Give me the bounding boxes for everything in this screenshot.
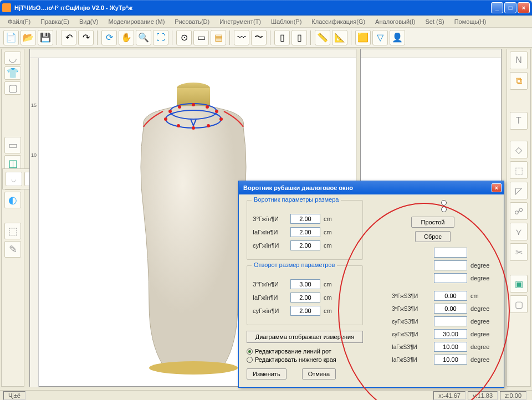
window-titlebar: НјТЧИзО…юЧ° ггСщИнјю V2.0 - ЖуТр°ж _ □ × (0, 0, 532, 16)
select-icon[interactable]: ▭ (4, 137, 21, 153)
rf-5[interactable] (434, 316, 467, 326)
rf-4[interactable] (434, 304, 467, 314)
menu-view[interactable]: Вид(V) (75, 17, 103, 26)
mode-radio-1[interactable] (441, 200, 447, 206)
curve2-icon[interactable]: 〜 (251, 30, 267, 45)
shirt-icon[interactable]: 👕 (4, 66, 21, 80)
svg-point-5 (178, 105, 181, 109)
right-tool-palette: N ⧉ T ◇ ⬚ ◸ ☍ ⋎ ✂ ▣ ▢ (507, 49, 531, 387)
simple-button[interactable]: Простой (411, 217, 454, 228)
layer-icon[interactable]: ▣ (510, 275, 528, 293)
maximize-button[interactable]: □ (504, 2, 516, 13)
status-y: y:11.83 (468, 391, 498, 400)
ruler-horizontal-2 (361, 49, 501, 58)
dialog-title: Воротник рубашки диалоговое окно (241, 184, 492, 191)
dialog-titlebar[interactable]: Воротник рубашки диалоговое окно × (239, 181, 504, 194)
collar-dialog: Воротник рубашки диалоговое окно × Ворот… (238, 181, 504, 388)
redo-icon[interactable]: ↷ (78, 30, 94, 45)
g1-field-2[interactable] (290, 240, 320, 250)
move-icon[interactable]: ⬚ (4, 223, 21, 239)
cube-icon[interactable]: 🟨 (355, 30, 371, 45)
fit-icon[interactable]: ⛶ (153, 30, 168, 45)
left-tool-palette: ◡ 👕 ▢ ▭ ◫ 💡 ◐ ⬚ ✎ (1, 49, 24, 387)
menu-template[interactable]: Шаблон(P) (267, 17, 306, 26)
new-icon[interactable]: 📄 (3, 30, 19, 45)
g1-field-0[interactable] (290, 214, 320, 224)
g2-field-1[interactable] (290, 293, 320, 302)
text-icon[interactable]: T (510, 112, 528, 130)
group2-legend: Отворот размер параметров (252, 261, 337, 268)
menu-draw[interactable]: Рисовать(D) (170, 17, 214, 26)
edit-button[interactable]: Изменить (247, 368, 287, 380)
menu-analog[interactable]: Аналоговый(I) (371, 17, 420, 26)
circle-icon[interactable]: ◐ (4, 192, 21, 208)
menu-set[interactable]: Set (S) (421, 17, 448, 26)
menu-tool[interactable]: Инструмент(T) (215, 17, 265, 26)
body-icon[interactable]: 👤 (390, 30, 405, 45)
ruler2-icon[interactable]: 📐 (332, 30, 347, 45)
status-x: x:-41.67 (433, 391, 466, 400)
svg-point-8 (215, 110, 218, 113)
rotate-icon[interactable]: ⟳ (101, 30, 117, 45)
skirt-icon[interactable]: ▽ (372, 30, 388, 45)
undo-icon[interactable]: ↶ (61, 30, 76, 45)
rf-6[interactable] (434, 329, 467, 339)
dialog-close-button[interactable]: × (492, 183, 502, 192)
lapel-size-group: Отворот размер параметров ЗºГжїн¶Иcm ІаГ… (247, 265, 363, 325)
shape2-icon[interactable]: ⬚ (510, 161, 528, 179)
hand-icon[interactable]: ✋ (119, 30, 134, 45)
rf-7[interactable] (434, 342, 467, 352)
shape3-icon[interactable]: ◸ (510, 182, 528, 199)
statusbar: Чј±ё x:-41.67 y:11.83 z:0.00 (0, 390, 532, 400)
pencil-icon[interactable]: ✎ (4, 241, 21, 258)
bodice-icon[interactable]: ◡ (4, 52, 21, 65)
dialog-right-column: Простой Сброс degree degree ЗºГжЅЗ¶Иcm З… (372, 200, 494, 367)
copy-icon[interactable]: ⧉ (510, 72, 528, 90)
curve1-icon[interactable]: 〰 (234, 30, 249, 45)
reset-button[interactable]: Сброс (415, 231, 451, 242)
main-toolbar: 📄 📂 💾 ↶ ↷ ⟳ ✋ 🔍 ⛶ ⊙ ▭ ▤ 〰 〜 ▯ ▯ 📏 📐 🟨 ▽ … (0, 28, 532, 48)
collar-preset-1[interactable]: ◡ (6, 172, 22, 186)
menu-classification[interactable]: Классификация(G) (307, 17, 370, 26)
menu-help[interactable]: Помощь(H) (450, 17, 491, 26)
diagram-button[interactable]: Диаграмма отображает измерения (247, 331, 363, 343)
app-icon (2, 3, 11, 12)
minimize-button[interactable]: _ (491, 2, 503, 13)
menu-edit[interactable]: Правка(E) (36, 17, 74, 26)
rf-8[interactable] (434, 355, 467, 365)
nav-n-icon[interactable]: N (510, 52, 528, 69)
cancel-button[interactable]: Отмена (302, 368, 336, 380)
g2-field-2[interactable] (290, 306, 320, 316)
close-button[interactable]: × (518, 2, 530, 13)
sleeve-icon[interactable]: ▢ (4, 81, 21, 95)
rf-1[interactable] (434, 260, 467, 270)
status-left: Чј±ё (3, 391, 25, 400)
menu-modeling[interactable]: Моделирование (M) (104, 17, 170, 26)
ruler-icon[interactable]: 📏 (315, 30, 330, 45)
shape4-icon[interactable]: ☍ (510, 202, 528, 220)
panel-icon[interactable]: ▢ (510, 295, 528, 313)
shape5-icon[interactable]: ⋎ (510, 223, 528, 240)
mode-radio-2[interactable] (441, 207, 447, 212)
group1-legend: Воротник параметры размера (252, 196, 341, 203)
svg-point-14 (149, 361, 238, 375)
layers-icon[interactable]: ▤ (211, 30, 226, 45)
refresh-icon[interactable]: ⊙ (176, 30, 192, 45)
menu-file[interactable]: Файл(F) (3, 17, 35, 26)
save-icon[interactable]: 💾 (38, 30, 53, 45)
rf-3[interactable] (434, 291, 467, 301)
g1-field-1[interactable] (290, 227, 320, 237)
shape6-icon[interactable]: ✂ (510, 243, 528, 261)
rf-2[interactable] (434, 273, 467, 283)
collar-size-group: Воротник параметры размера ЗºГжїн¶Иcm Іа… (247, 200, 363, 260)
rf-0[interactable] (434, 248, 467, 258)
doc-icon[interactable]: ▭ (193, 30, 209, 45)
zoom-icon[interactable]: 🔍 (136, 30, 151, 45)
window-title: НјТЧИзО…юЧ° ггСщИнјю V2.0 - ЖуТр°ж (14, 4, 491, 11)
g2-field-0[interactable] (290, 279, 320, 289)
open-icon[interactable]: 📂 (21, 30, 36, 45)
panel2-icon[interactable]: ▯ (291, 30, 307, 45)
shape1-icon[interactable]: ◇ (510, 141, 528, 158)
svg-point-13 (219, 117, 223, 121)
panel1-icon[interactable]: ▯ (274, 30, 290, 45)
